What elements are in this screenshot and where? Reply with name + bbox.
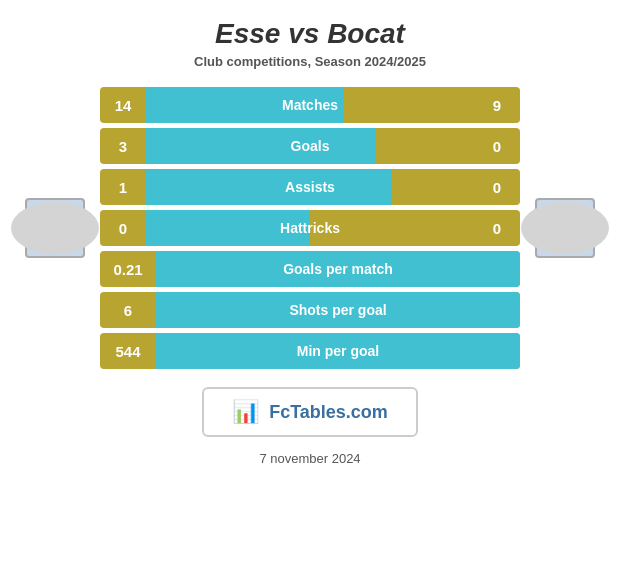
stat-right-hattricks: 0 xyxy=(474,210,520,246)
footer-date: 7 november 2024 xyxy=(259,451,360,466)
stats-container: 14Matches93Goals01Assists00Hattricks00.2… xyxy=(100,87,520,369)
stat-label-assists: Assists xyxy=(146,179,474,195)
stat-label-matches: Matches xyxy=(146,97,474,113)
stat-label-min_per_goal: Min per goal xyxy=(156,343,520,359)
stat-row-assists: 1Assists0 xyxy=(100,169,520,205)
branding-icon: 📊 xyxy=(232,399,259,425)
stat-left-hattricks: 0 xyxy=(100,210,146,246)
stat-label-shots_per_goal: Shots per goal xyxy=(156,302,520,318)
right-team-avatar: ? xyxy=(520,183,610,273)
stat-left-goals: 3 xyxy=(100,128,146,164)
stat-label-hattricks: Hattricks xyxy=(146,220,474,236)
stat-bar-assists: Assists xyxy=(146,169,474,205)
page-subtitle: Club competitions, Season 2024/2025 xyxy=(194,54,426,69)
branding-fc: Fc xyxy=(269,402,290,422)
stat-row-goals: 3Goals0 xyxy=(100,128,520,164)
stat-left-shots_per_goal: 6 xyxy=(100,292,156,328)
stat-left-assists: 1 xyxy=(100,169,146,205)
stat-bar-matches: Matches xyxy=(146,87,474,123)
stat-left-matches: 14 xyxy=(100,87,146,123)
stat-row-goals_per_match: 0.21Goals per match xyxy=(100,251,520,287)
stat-label-goals: Goals xyxy=(146,138,474,154)
stat-label-goals_per_match: Goals per match xyxy=(156,261,520,277)
left-ellipse-bg xyxy=(11,202,99,254)
stat-right-assists: 0 xyxy=(474,169,520,205)
stat-row-min_per_goal: 544Min per goal xyxy=(100,333,520,369)
branding-box: 📊 FcTables.com xyxy=(202,387,418,437)
stat-bar-goals: Goals xyxy=(146,128,474,164)
stat-left-goals_per_match: 0.21 xyxy=(100,251,156,287)
right-ellipse-bg xyxy=(521,202,609,254)
stat-row-matches: 14Matches9 xyxy=(100,87,520,123)
stat-right-goals: 0 xyxy=(474,128,520,164)
stat-row-hattricks: 0Hattricks0 xyxy=(100,210,520,246)
stat-bar-hattricks: Hattricks xyxy=(146,210,474,246)
stat-left-min_per_goal: 544 xyxy=(100,333,156,369)
stat-bar-min_per_goal: Min per goal xyxy=(156,333,520,369)
stat-row-shots_per_goal: 6Shots per goal xyxy=(100,292,520,328)
page: Esse vs Bocat Club competitions, Season … xyxy=(0,0,620,580)
stat-bar-shots_per_goal: Shots per goal xyxy=(156,292,520,328)
left-team-avatar: ? xyxy=(10,183,100,273)
stat-right-matches: 9 xyxy=(474,87,520,123)
page-title: Esse vs Bocat xyxy=(215,18,405,50)
branding-tables: Tables.com xyxy=(290,402,388,422)
stat-bar-goals_per_match: Goals per match xyxy=(156,251,520,287)
main-area: ? 14Matches93Goals01Assists00Hattricks00… xyxy=(0,87,620,369)
branding-text: FcTables.com xyxy=(269,402,388,423)
